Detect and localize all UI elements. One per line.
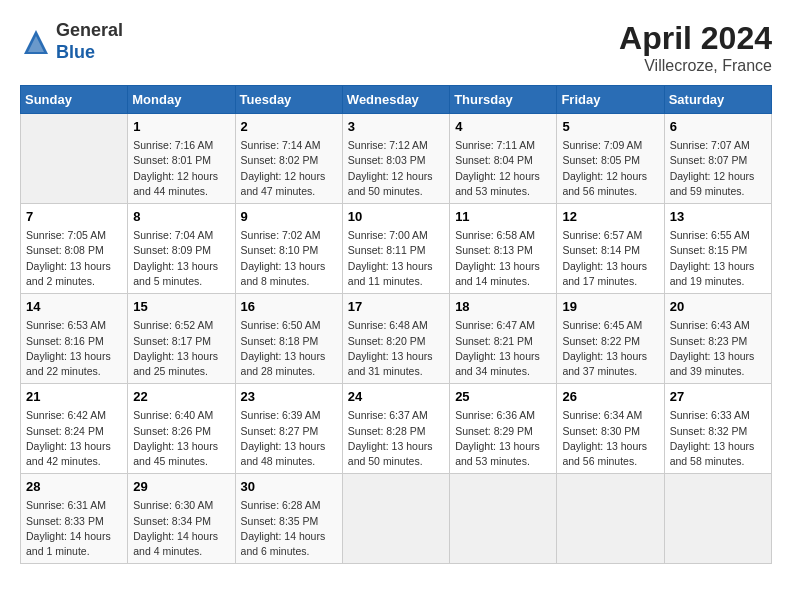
day-info: Sunrise: 7:04 AMSunset: 8:09 PMDaylight:…	[133, 228, 229, 289]
calendar-cell: 25Sunrise: 6:36 AMSunset: 8:29 PMDayligh…	[450, 384, 557, 474]
day-info: Sunrise: 6:28 AMSunset: 8:35 PMDaylight:…	[241, 498, 337, 559]
day-info: Sunrise: 6:40 AMSunset: 8:26 PMDaylight:…	[133, 408, 229, 469]
day-info: Sunrise: 6:30 AMSunset: 8:34 PMDaylight:…	[133, 498, 229, 559]
logo: General Blue	[20, 20, 123, 63]
day-info: Sunrise: 7:16 AMSunset: 8:01 PMDaylight:…	[133, 138, 229, 199]
day-number: 14	[26, 298, 122, 316]
location: Villecroze, France	[619, 57, 772, 75]
day-info: Sunrise: 6:43 AMSunset: 8:23 PMDaylight:…	[670, 318, 766, 379]
day-number: 6	[670, 118, 766, 136]
day-number: 17	[348, 298, 444, 316]
calendar-cell: 30Sunrise: 6:28 AMSunset: 8:35 PMDayligh…	[235, 474, 342, 564]
day-number: 16	[241, 298, 337, 316]
calendar-cell: 2Sunrise: 7:14 AMSunset: 8:02 PMDaylight…	[235, 114, 342, 204]
day-number: 15	[133, 298, 229, 316]
day-info: Sunrise: 6:58 AMSunset: 8:13 PMDaylight:…	[455, 228, 551, 289]
calendar-cell: 16Sunrise: 6:50 AMSunset: 8:18 PMDayligh…	[235, 294, 342, 384]
day-number: 10	[348, 208, 444, 226]
day-info: Sunrise: 6:37 AMSunset: 8:28 PMDaylight:…	[348, 408, 444, 469]
calendar-cell: 24Sunrise: 6:37 AMSunset: 8:28 PMDayligh…	[342, 384, 449, 474]
calendar-cell: 5Sunrise: 7:09 AMSunset: 8:05 PMDaylight…	[557, 114, 664, 204]
week-row-2: 7Sunrise: 7:05 AMSunset: 8:08 PMDaylight…	[21, 204, 772, 294]
day-info: Sunrise: 6:55 AMSunset: 8:15 PMDaylight:…	[670, 228, 766, 289]
day-info: Sunrise: 7:09 AMSunset: 8:05 PMDaylight:…	[562, 138, 658, 199]
calendar-cell: 21Sunrise: 6:42 AMSunset: 8:24 PMDayligh…	[21, 384, 128, 474]
week-row-4: 21Sunrise: 6:42 AMSunset: 8:24 PMDayligh…	[21, 384, 772, 474]
calendar-cell: 12Sunrise: 6:57 AMSunset: 8:14 PMDayligh…	[557, 204, 664, 294]
calendar-cell: 14Sunrise: 6:53 AMSunset: 8:16 PMDayligh…	[21, 294, 128, 384]
calendar-cell: 6Sunrise: 7:07 AMSunset: 8:07 PMDaylight…	[664, 114, 771, 204]
calendar-cell	[557, 474, 664, 564]
calendar-cell: 1Sunrise: 7:16 AMSunset: 8:01 PMDaylight…	[128, 114, 235, 204]
calendar-cell: 28Sunrise: 6:31 AMSunset: 8:33 PMDayligh…	[21, 474, 128, 564]
day-number: 5	[562, 118, 658, 136]
day-info: Sunrise: 7:00 AMSunset: 8:11 PMDaylight:…	[348, 228, 444, 289]
weekday-header-sunday: Sunday	[21, 86, 128, 114]
logo-icon	[20, 26, 52, 58]
calendar-cell: 19Sunrise: 6:45 AMSunset: 8:22 PMDayligh…	[557, 294, 664, 384]
calendar-cell: 10Sunrise: 7:00 AMSunset: 8:11 PMDayligh…	[342, 204, 449, 294]
day-info: Sunrise: 6:33 AMSunset: 8:32 PMDaylight:…	[670, 408, 766, 469]
day-number: 11	[455, 208, 551, 226]
day-number: 22	[133, 388, 229, 406]
day-info: Sunrise: 6:52 AMSunset: 8:17 PMDaylight:…	[133, 318, 229, 379]
day-number: 7	[26, 208, 122, 226]
day-info: Sunrise: 6:42 AMSunset: 8:24 PMDaylight:…	[26, 408, 122, 469]
calendar-cell: 22Sunrise: 6:40 AMSunset: 8:26 PMDayligh…	[128, 384, 235, 474]
calendar-cell: 27Sunrise: 6:33 AMSunset: 8:32 PMDayligh…	[664, 384, 771, 474]
calendar-table: SundayMondayTuesdayWednesdayThursdayFrid…	[20, 85, 772, 564]
day-number: 8	[133, 208, 229, 226]
week-row-3: 14Sunrise: 6:53 AMSunset: 8:16 PMDayligh…	[21, 294, 772, 384]
calendar-cell: 7Sunrise: 7:05 AMSunset: 8:08 PMDaylight…	[21, 204, 128, 294]
day-number: 20	[670, 298, 766, 316]
weekday-header-tuesday: Tuesday	[235, 86, 342, 114]
day-number: 23	[241, 388, 337, 406]
calendar-cell: 13Sunrise: 6:55 AMSunset: 8:15 PMDayligh…	[664, 204, 771, 294]
weekday-header-thursday: Thursday	[450, 86, 557, 114]
calendar-cell: 8Sunrise: 7:04 AMSunset: 8:09 PMDaylight…	[128, 204, 235, 294]
day-info: Sunrise: 7:02 AMSunset: 8:10 PMDaylight:…	[241, 228, 337, 289]
day-number: 3	[348, 118, 444, 136]
weekday-header-friday: Friday	[557, 86, 664, 114]
day-number: 29	[133, 478, 229, 496]
day-number: 2	[241, 118, 337, 136]
day-number: 21	[26, 388, 122, 406]
calendar-cell: 4Sunrise: 7:11 AMSunset: 8:04 PMDaylight…	[450, 114, 557, 204]
day-info: Sunrise: 7:11 AMSunset: 8:04 PMDaylight:…	[455, 138, 551, 199]
day-info: Sunrise: 6:57 AMSunset: 8:14 PMDaylight:…	[562, 228, 658, 289]
title-area: April 2024 Villecroze, France	[619, 20, 772, 75]
weekday-header-row: SundayMondayTuesdayWednesdayThursdayFrid…	[21, 86, 772, 114]
day-info: Sunrise: 7:14 AMSunset: 8:02 PMDaylight:…	[241, 138, 337, 199]
calendar-cell: 26Sunrise: 6:34 AMSunset: 8:30 PMDayligh…	[557, 384, 664, 474]
day-number: 26	[562, 388, 658, 406]
weekday-header-monday: Monday	[128, 86, 235, 114]
day-number: 19	[562, 298, 658, 316]
weekday-header-saturday: Saturday	[664, 86, 771, 114]
day-number: 13	[670, 208, 766, 226]
month-year: April 2024	[619, 20, 772, 57]
calendar-cell	[664, 474, 771, 564]
day-info: Sunrise: 7:12 AMSunset: 8:03 PMDaylight:…	[348, 138, 444, 199]
day-info: Sunrise: 6:50 AMSunset: 8:18 PMDaylight:…	[241, 318, 337, 379]
calendar-cell	[450, 474, 557, 564]
calendar-cell: 3Sunrise: 7:12 AMSunset: 8:03 PMDaylight…	[342, 114, 449, 204]
day-info: Sunrise: 6:47 AMSunset: 8:21 PMDaylight:…	[455, 318, 551, 379]
calendar-cell	[21, 114, 128, 204]
day-number: 27	[670, 388, 766, 406]
page-header: General Blue April 2024 Villecroze, Fran…	[20, 20, 772, 75]
day-info: Sunrise: 6:39 AMSunset: 8:27 PMDaylight:…	[241, 408, 337, 469]
day-number: 28	[26, 478, 122, 496]
week-row-5: 28Sunrise: 6:31 AMSunset: 8:33 PMDayligh…	[21, 474, 772, 564]
day-info: Sunrise: 7:05 AMSunset: 8:08 PMDaylight:…	[26, 228, 122, 289]
calendar-cell: 9Sunrise: 7:02 AMSunset: 8:10 PMDaylight…	[235, 204, 342, 294]
logo-text: General Blue	[56, 20, 123, 63]
week-row-1: 1Sunrise: 7:16 AMSunset: 8:01 PMDaylight…	[21, 114, 772, 204]
day-number: 18	[455, 298, 551, 316]
day-number: 1	[133, 118, 229, 136]
weekday-header-wednesday: Wednesday	[342, 86, 449, 114]
day-info: Sunrise: 6:31 AMSunset: 8:33 PMDaylight:…	[26, 498, 122, 559]
day-number: 9	[241, 208, 337, 226]
day-info: Sunrise: 6:36 AMSunset: 8:29 PMDaylight:…	[455, 408, 551, 469]
day-info: Sunrise: 6:34 AMSunset: 8:30 PMDaylight:…	[562, 408, 658, 469]
day-info: Sunrise: 6:45 AMSunset: 8:22 PMDaylight:…	[562, 318, 658, 379]
